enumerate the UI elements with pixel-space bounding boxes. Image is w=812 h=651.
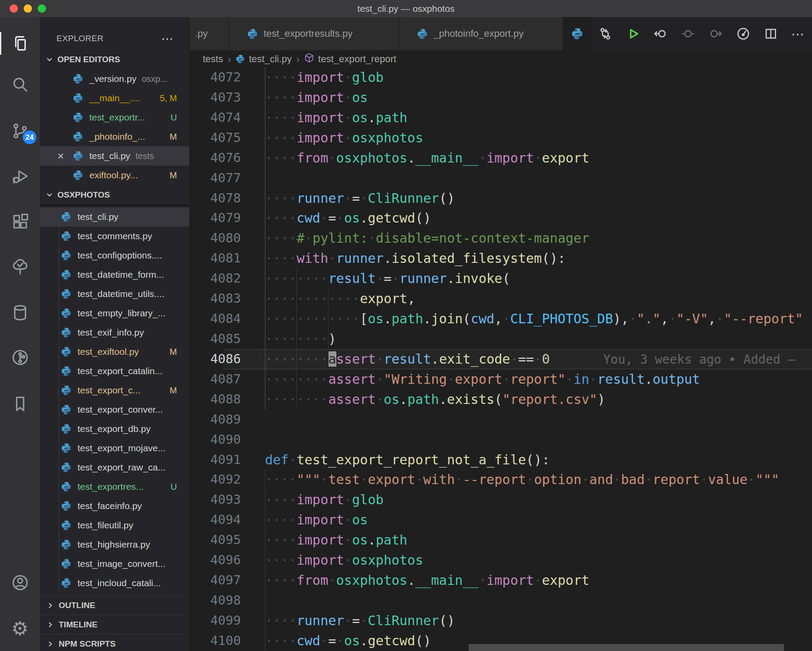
tree-file-item[interactable]: test_datetime_form... (40, 265, 189, 284)
line-content[interactable]: ····import·glob (241, 67, 812, 88)
step-over-icon[interactable] (702, 17, 729, 50)
open-editor-item[interactable]: exiftool.py...M (40, 166, 189, 185)
line-content[interactable]: ····runner·=·CliRunner() (241, 188, 812, 209)
code-line[interactable]: 4093····import·glob (190, 490, 812, 510)
tree-file-item[interactable]: test_image_convert... (40, 554, 189, 573)
tree-file-item[interactable]: test_export_conver... (40, 400, 189, 419)
settings-gear-icon[interactable]: ⚙ (0, 614, 40, 642)
line-content[interactable] (241, 591, 812, 611)
code-line[interactable]: 4076····from·osxphotos.__main__·import·e… (190, 148, 812, 168)
line-content[interactable]: ········) (241, 329, 812, 349)
split-editor-icon[interactable] (757, 17, 784, 50)
code-line[interactable]: 4099····runner·=·CliRunner() (190, 611, 812, 631)
open-editor-item[interactable]: _photoinfo_...M (40, 127, 189, 146)
code-line[interactable]: 4086········assert·result.exit_code·==·0… (190, 349, 812, 369)
tree-file-item[interactable]: test_fileutil.py (40, 516, 189, 535)
horizontal-scrollbar[interactable] (469, 644, 784, 651)
breadcrumb-test_export_report[interactable]: test_export_report (304, 53, 396, 66)
line-content[interactable]: ············[os.path.join(cwd,·CLI_PHOTO… (241, 309, 812, 329)
section-timeline[interactable]: TIMELINE (40, 615, 189, 634)
line-content[interactable] (241, 410, 812, 430)
tab-test_exportresults.py[interactable]: test_exportresults.py (229, 17, 399, 50)
testing-tree-icon[interactable] (0, 253, 40, 281)
line-content[interactable]: ········assert·result.exit_code·==·0You,… (241, 349, 812, 369)
open-editors-header[interactable]: OPEN EDITORS (40, 50, 189, 69)
code-editor[interactable]: 4072····import·glob4073····import·os4074… (190, 67, 812, 651)
tree-file-item[interactable]: test_export_db.py (40, 419, 189, 439)
line-content[interactable] (241, 168, 812, 188)
breadcrumb-tests[interactable]: tests (203, 53, 223, 65)
database-icon[interactable] (0, 299, 40, 327)
maximize-window-button[interactable] (38, 4, 46, 13)
tree-file-item[interactable]: test_export_mojave... (40, 439, 189, 458)
line-content[interactable]: ····import·os (241, 88, 812, 108)
line-content[interactable]: ····"""·test·export·with·--report·option… (241, 470, 812, 490)
line-content[interactable]: ····#·pylint:·disable=not-context-manage… (241, 228, 812, 248)
project-section-header[interactable]: OSXPHOTOS (40, 185, 189, 205)
tree-file-item[interactable]: test_faceinfo.py (40, 496, 189, 516)
code-line[interactable]: 4098 (190, 591, 812, 611)
profile-gauge-icon[interactable] (729, 17, 757, 50)
line-content[interactable]: ········assert·"Writing·export·report"·i… (241, 369, 812, 389)
tree-file-item[interactable]: test_comments.py (40, 226, 189, 246)
line-content[interactable]: ····from·osxphotos.__main__·import·expor… (241, 148, 812, 168)
run-icon[interactable] (619, 17, 646, 50)
line-content[interactable]: ····with·runner.isolated_filesystem(): (241, 248, 812, 269)
code-line[interactable]: 4083············export, (190, 289, 812, 309)
code-line[interactable]: 4085········) (190, 329, 812, 349)
tree-file-item[interactable]: test_cli.py (40, 207, 189, 226)
line-content[interactable]: ····import·os.path (241, 108, 812, 128)
open-editor-item[interactable]: ×test_cli.pytests (40, 146, 189, 166)
line-content[interactable]: ····from·osxphotos.__main__·import·expor… (241, 570, 812, 591)
step-back-icon[interactable] (646, 17, 674, 50)
gitlens-icon[interactable] (0, 343, 40, 371)
code-line[interactable]: 4075····import·osxphotos (190, 128, 812, 148)
code-line[interactable]: 4084············[os.path.join(cwd,·CLI_P… (190, 309, 812, 329)
line-content[interactable]: ····import·glob (241, 490, 812, 510)
bookmarks-icon[interactable] (0, 390, 40, 418)
accounts-icon[interactable] (0, 569, 40, 597)
line-content[interactable]: ····import·osxphotos (241, 128, 812, 148)
code-line[interactable]: 4094····import·os (190, 510, 812, 530)
tree-file-item[interactable]: test_export_raw_ca... (40, 458, 189, 477)
section-outline[interactable]: OUTLINE (40, 595, 189, 615)
code-line[interactable]: 4080····#·pylint:·disable=not-context-ma… (190, 228, 812, 248)
compare-changes-icon[interactable] (591, 17, 619, 50)
code-line[interactable]: 4077 (190, 168, 812, 188)
code-line[interactable]: 4091def·test_export_report_not_a_file(): (190, 450, 812, 470)
close-window-button[interactable] (10, 4, 18, 13)
tree-file-item[interactable]: test_datetime_utils.... (40, 284, 189, 304)
code-line[interactable]: 4079····cwd·=·os.getcwd() (190, 208, 812, 228)
tree-file-item[interactable]: test_exportres...U (40, 477, 189, 496)
code-line[interactable]: 4092····"""·test·export·with·--report·op… (190, 470, 812, 490)
tree-file-item[interactable]: test_export_c...M (40, 381, 189, 400)
code-line[interactable]: 4097····from·osxphotos.__main__·import·e… (190, 570, 812, 591)
code-line[interactable]: 4087········assert·"Writing·export·repor… (190, 369, 812, 389)
open-editor-item[interactable]: __main__....5, M (40, 88, 189, 108)
explorer-icon[interactable] (0, 29, 40, 57)
extensions-icon[interactable] (0, 208, 40, 236)
source-control-icon[interactable]: 24 (0, 117, 40, 145)
line-content[interactable]: ····import·osxphotos (241, 550, 812, 570)
tab-_photoinfo_export.py[interactable]: _photoinfo_export.py (399, 17, 563, 50)
code-line[interactable]: 4096····import·osxphotos (190, 550, 812, 570)
tree-file-item[interactable]: test_empty_library_... (40, 304, 189, 323)
tree-file-item[interactable]: test_highsierra.py (40, 535, 189, 554)
code-line[interactable]: 4082········result·=·runner.invoke( (190, 269, 812, 289)
code-line[interactable]: 4072····import·glob (190, 67, 812, 88)
more-actions-icon[interactable]: ⋯ (784, 17, 812, 50)
line-content[interactable]: def·test_export_report_not_a_file(): (241, 450, 812, 470)
tree-file-item[interactable]: test_exiftool.pyM (40, 342, 189, 361)
open-editor-item[interactable]: _version.pyosxp... (40, 69, 189, 88)
search-icon[interactable] (0, 71, 40, 99)
section-npm-scripts[interactable]: NPM SCRIPTS (40, 634, 189, 651)
step-icon[interactable] (674, 17, 702, 50)
line-content[interactable] (241, 430, 812, 450)
tab-.py[interactable]: .py (190, 17, 229, 50)
code-line[interactable]: 4089 (190, 410, 812, 430)
code-line[interactable]: 4095····import·os.path (190, 530, 812, 550)
line-content[interactable]: ····import·os.path (241, 530, 812, 550)
tree-file-item[interactable]: test_configoptions.... (40, 246, 189, 265)
run-and-debug-icon[interactable] (0, 162, 40, 190)
tree-file-item[interactable]: test_exif_info.py (40, 323, 189, 342)
